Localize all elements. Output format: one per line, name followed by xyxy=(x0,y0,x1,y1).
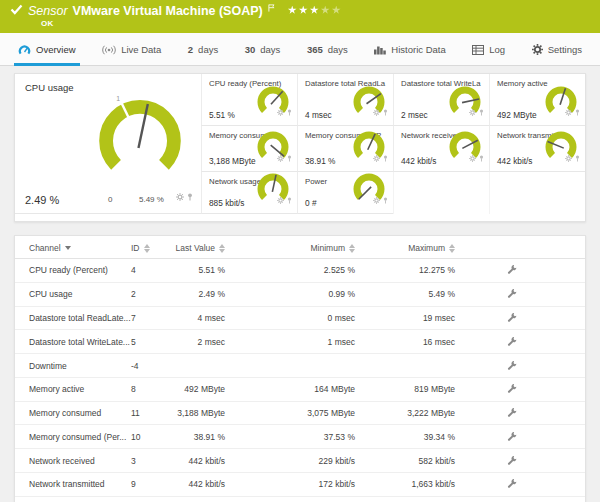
minimum-cell: 164 MByte xyxy=(237,377,367,401)
channel-cell[interactable]: Downtime xyxy=(15,354,131,378)
last-value-cell xyxy=(175,354,237,378)
channel-settings-wrench-icon[interactable] xyxy=(507,455,517,465)
gear-icon[interactable] xyxy=(176,187,184,205)
channel-settings-wrench-icon[interactable] xyxy=(507,478,517,488)
id-cell: 2 xyxy=(131,282,175,306)
last-value-cell: 38.91 % xyxy=(175,425,237,449)
channel-cell[interactable]: Network usage xyxy=(15,496,131,502)
pin-icon[interactable] xyxy=(575,148,580,166)
minimum-cell: 229 kbit/s xyxy=(237,449,367,473)
tab-365-days[interactable]: 365days xyxy=(303,33,352,66)
channel-settings-wrench-icon[interactable] xyxy=(507,264,517,274)
tab-2-days[interactable]: 2days xyxy=(184,33,222,66)
column-header-minimum[interactable]: Minimum xyxy=(237,236,367,259)
maximum-cell: 19 msec xyxy=(367,306,467,330)
gear-icon[interactable] xyxy=(373,102,380,120)
pin-icon[interactable] xyxy=(479,148,484,166)
table-row: Datastore total WriteLate... 5 2 msec 1 … xyxy=(15,330,585,354)
pin-icon[interactable] xyxy=(287,148,292,166)
star-icon[interactable] xyxy=(332,6,341,15)
channel-cell[interactable]: CPU usage xyxy=(15,282,131,306)
channel-cell[interactable]: CPU ready (Percent) xyxy=(15,259,131,283)
minimum-cell: 172 kbit/s xyxy=(237,473,367,497)
last-value-cell: 442 kbit/s xyxy=(175,473,237,497)
minimum-cell: 0.99 % xyxy=(237,282,367,306)
last-value-cell: 3,188 MByte xyxy=(175,401,237,425)
gauge-cell: Datastore total WriteLa 2 msec xyxy=(393,74,489,126)
table-row: CPU usage 2 2.49 % 0.99 % 5.49 % xyxy=(15,282,585,306)
gauge-scale-min: 0 xyxy=(108,195,112,204)
gear-icon[interactable] xyxy=(277,190,284,208)
channel-settings-wrench-icon[interactable] xyxy=(507,336,517,346)
priority-rating[interactable] xyxy=(288,6,341,15)
gear-icon[interactable] xyxy=(277,148,284,166)
gear-icon[interactable] xyxy=(373,148,380,166)
table-row: Memory consumed (Per... 10 38.91 % 37.53… xyxy=(15,425,585,449)
gauge-value: 4 msec xyxy=(305,110,332,120)
pin-icon[interactable] xyxy=(187,187,193,205)
channel-settings-wrench-icon[interactable] xyxy=(507,383,517,393)
star-icon[interactable] xyxy=(288,6,297,15)
column-header-channel[interactable]: Channel xyxy=(15,236,131,259)
pin-icon[interactable] xyxy=(287,102,292,120)
pin-icon[interactable] xyxy=(479,102,484,120)
channel-cell[interactable]: Memory consumed (Per... xyxy=(15,425,131,449)
pin-icon[interactable] xyxy=(383,102,388,120)
minimum-cell: 0 msec xyxy=(237,306,367,330)
tab-log[interactable]: Log xyxy=(468,33,509,66)
pin-icon[interactable] xyxy=(575,102,580,120)
channel-settings-wrench-icon[interactable] xyxy=(507,312,517,322)
channels-table-panel: Channel ID Last Value Minimum Maximum CP… xyxy=(14,235,586,502)
main-gauge-cell: CPU usage 1 2.49 % 0 5.49 % xyxy=(15,74,201,214)
channel-cell[interactable]: Memory consumed xyxy=(15,401,131,425)
channel-settings-wrench-icon[interactable] xyxy=(507,407,517,417)
pin-icon[interactable] xyxy=(287,190,292,208)
maximum-cell: 12.275 % xyxy=(367,259,467,283)
channel-settings-wrench-icon[interactable] xyxy=(507,431,517,441)
tab-overview[interactable]: Overview xyxy=(14,33,80,66)
gear-icon[interactable] xyxy=(565,102,572,120)
gauge-value: 442 kbit/s xyxy=(401,156,437,166)
tab-live-data[interactable]: Live Data xyxy=(98,33,165,66)
gear-icon[interactable] xyxy=(469,102,476,120)
gear-icon[interactable] xyxy=(565,148,572,166)
gauge-value: 3,188 MByte xyxy=(209,156,256,166)
channel-cell[interactable]: Datastore total WriteLate... xyxy=(15,330,131,354)
maximum-cell: 2,253 kbit/s xyxy=(367,496,467,502)
tab-30-days[interactable]: 30days xyxy=(241,33,285,66)
channels-table: Channel ID Last Value Minimum Maximum CP… xyxy=(15,236,585,502)
minimum-cell xyxy=(237,354,367,378)
column-header-maximum[interactable]: Maximum xyxy=(367,236,467,259)
pin-icon[interactable] xyxy=(383,190,388,208)
table-row: Memory active 8 492 MByte 164 MByte 819 … xyxy=(15,377,585,401)
minimum-cell: 37.53 % xyxy=(237,425,367,449)
gauge-value: 2.49 % xyxy=(25,194,59,206)
tab-historic-data[interactable]: Historic Data xyxy=(370,33,449,66)
tab-settings[interactable]: Settings xyxy=(528,33,586,66)
star-icon[interactable] xyxy=(310,6,319,15)
gear-icon[interactable] xyxy=(469,148,476,166)
flag-icon[interactable] xyxy=(268,1,275,16)
pin-icon[interactable] xyxy=(383,148,388,166)
empty-gauge-cell xyxy=(393,172,489,214)
channel-settings-wrench-icon[interactable] xyxy=(507,360,517,370)
gauge-cell: Power 0 # xyxy=(297,172,393,214)
channel-cell[interactable]: Datastore total ReadLate... xyxy=(15,306,131,330)
gear-icon[interactable] xyxy=(277,102,284,120)
gear-icon[interactable] xyxy=(373,190,380,208)
channel-cell[interactable]: Memory active xyxy=(15,377,131,401)
channel-settings-wrench-icon[interactable] xyxy=(507,288,517,298)
channel-cell[interactable]: Network transmitted xyxy=(15,473,131,497)
gauge-cell: Datastore total ReadLa 4 msec xyxy=(297,74,393,126)
maximum-cell: 582 kbit/s xyxy=(367,449,467,473)
channel-cell[interactable]: Network received xyxy=(15,449,131,473)
column-header-id[interactable]: ID xyxy=(131,236,175,259)
last-value-cell: 2 msec xyxy=(175,330,237,354)
column-header-last-value[interactable]: Last Value xyxy=(175,236,237,259)
maximum-cell: 819 MByte xyxy=(367,377,467,401)
star-icon[interactable] xyxy=(321,6,330,15)
gauge-value: 2 msec xyxy=(401,110,428,120)
last-value-cell: 492 MByte xyxy=(175,377,237,401)
star-icon[interactable] xyxy=(299,6,308,15)
minimum-cell: 2.525 % xyxy=(237,259,367,283)
